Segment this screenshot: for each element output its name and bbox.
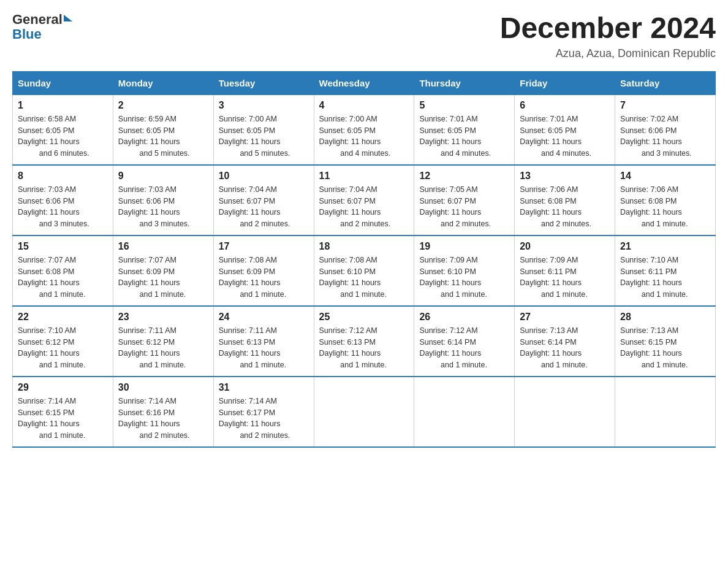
day-number: 15 (18, 241, 108, 252)
day-info: Sunrise: 7:08 AMSunset: 6:09 PMDaylight:… (219, 255, 309, 301)
calendar-cell: 7Sunrise: 7:02 AMSunset: 6:06 PMDaylight… (615, 94, 716, 165)
header-thursday: Thursday (414, 71, 515, 94)
day-number: 3 (219, 100, 309, 111)
calendar-cell: 1Sunrise: 6:58 AMSunset: 6:05 PMDaylight… (13, 94, 113, 165)
header-friday: Friday (515, 71, 615, 94)
day-info: Sunrise: 7:06 AMSunset: 6:08 PMDaylight:… (520, 184, 610, 230)
day-number: 2 (118, 100, 208, 111)
day-number: 28 (620, 312, 710, 323)
calendar-week-2: 8Sunrise: 7:03 AMSunset: 6:06 PMDaylight… (13, 165, 716, 236)
day-number: 29 (18, 382, 108, 393)
calendar-cell: 31Sunrise: 7:14 AMSunset: 6:17 PMDayligh… (213, 377, 314, 447)
day-info: Sunrise: 7:11 AMSunset: 6:13 PMDaylight:… (219, 325, 309, 371)
page-header: General Blue December 2024 Azua, Azua, D… (12, 12, 716, 60)
calendar-cell: 4Sunrise: 7:00 AMSunset: 6:05 PMDaylight… (314, 94, 414, 165)
calendar-table: Sunday Monday Tuesday Wednesday Thursday… (12, 71, 716, 448)
day-number: 11 (319, 170, 409, 182)
day-number: 26 (419, 312, 509, 323)
logo: General Blue (12, 12, 72, 42)
header-monday: Monday (113, 71, 213, 94)
calendar-cell: 3Sunrise: 7:00 AMSunset: 6:05 PMDaylight… (213, 94, 314, 165)
calendar-cell: 29Sunrise: 7:14 AMSunset: 6:15 PMDayligh… (13, 377, 113, 447)
header-sunday: Sunday (13, 71, 113, 94)
header-saturday: Saturday (615, 71, 716, 94)
calendar-cell: 12Sunrise: 7:05 AMSunset: 6:07 PMDayligh… (414, 165, 515, 236)
calendar-cell: 26Sunrise: 7:12 AMSunset: 6:14 PMDayligh… (414, 306, 515, 377)
day-info: Sunrise: 7:12 AMSunset: 6:14 PMDaylight:… (419, 325, 509, 371)
day-number: 17 (219, 241, 309, 252)
day-number: 20 (520, 241, 610, 252)
day-info: Sunrise: 7:06 AMSunset: 6:08 PMDaylight:… (620, 184, 710, 230)
calendar-cell (414, 377, 515, 447)
day-info: Sunrise: 7:10 AMSunset: 6:11 PMDaylight:… (620, 255, 710, 301)
calendar-week-4: 22Sunrise: 7:10 AMSunset: 6:12 PMDayligh… (13, 306, 716, 377)
day-info: Sunrise: 7:07 AMSunset: 6:09 PMDaylight:… (118, 255, 208, 301)
day-number: 30 (118, 382, 208, 393)
calendar-cell: 8Sunrise: 7:03 AMSunset: 6:06 PMDaylight… (13, 165, 113, 236)
logo-general: General (12, 12, 63, 27)
calendar-cell (515, 377, 615, 447)
calendar-cell: 11Sunrise: 7:04 AMSunset: 6:07 PMDayligh… (314, 165, 414, 236)
day-info: Sunrise: 7:09 AMSunset: 6:11 PMDaylight:… (520, 255, 610, 301)
main-title: December 2024 (500, 12, 716, 45)
day-info: Sunrise: 7:09 AMSunset: 6:10 PMDaylight:… (419, 255, 509, 301)
day-info: Sunrise: 7:01 AMSunset: 6:05 PMDaylight:… (520, 113, 610, 159)
day-info: Sunrise: 7:00 AMSunset: 6:05 PMDaylight:… (319, 113, 409, 159)
day-number: 5 (419, 100, 509, 111)
day-number: 22 (18, 312, 108, 323)
day-number: 4 (319, 100, 409, 111)
day-number: 1 (18, 100, 108, 111)
day-info: Sunrise: 7:00 AMSunset: 6:05 PMDaylight:… (219, 113, 309, 159)
day-info: Sunrise: 7:11 AMSunset: 6:12 PMDaylight:… (118, 325, 208, 371)
day-info: Sunrise: 6:58 AMSunset: 6:05 PMDaylight:… (18, 113, 108, 159)
calendar-cell: 14Sunrise: 7:06 AMSunset: 6:08 PMDayligh… (615, 165, 716, 236)
calendar-week-1: 1Sunrise: 6:58 AMSunset: 6:05 PMDaylight… (13, 94, 716, 165)
calendar-cell: 25Sunrise: 7:12 AMSunset: 6:13 PMDayligh… (314, 306, 414, 377)
day-info: Sunrise: 7:03 AMSunset: 6:06 PMDaylight:… (118, 184, 208, 230)
day-number: 10 (219, 170, 309, 182)
calendar-cell: 24Sunrise: 7:11 AMSunset: 6:13 PMDayligh… (213, 306, 314, 377)
day-number: 31 (219, 382, 309, 393)
calendar-cell: 21Sunrise: 7:10 AMSunset: 6:11 PMDayligh… (615, 236, 716, 306)
day-info: Sunrise: 7:14 AMSunset: 6:17 PMDaylight:… (219, 396, 309, 442)
title-section: December 2024 Azua, Azua, Dominican Repu… (500, 12, 716, 60)
calendar-cell: 16Sunrise: 7:07 AMSunset: 6:09 PMDayligh… (113, 236, 213, 306)
day-info: Sunrise: 7:07 AMSunset: 6:08 PMDaylight:… (18, 255, 108, 301)
day-info: Sunrise: 7:13 AMSunset: 6:15 PMDaylight:… (620, 325, 710, 371)
day-info: Sunrise: 7:12 AMSunset: 6:13 PMDaylight:… (319, 325, 409, 371)
calendar-cell (314, 377, 414, 447)
calendar-cell: 27Sunrise: 7:13 AMSunset: 6:14 PMDayligh… (515, 306, 615, 377)
day-number: 14 (620, 170, 710, 182)
calendar-cell: 30Sunrise: 7:14 AMSunset: 6:16 PMDayligh… (113, 377, 213, 447)
calendar-week-5: 29Sunrise: 7:14 AMSunset: 6:15 PMDayligh… (13, 377, 716, 447)
day-number: 6 (520, 100, 610, 111)
day-number: 23 (118, 312, 208, 323)
logo-blue: Blue (12, 27, 42, 42)
day-number: 16 (118, 241, 208, 252)
day-number: 18 (319, 241, 409, 252)
day-info: Sunrise: 7:01 AMSunset: 6:05 PMDaylight:… (419, 113, 509, 159)
day-number: 8 (18, 170, 108, 182)
day-info: Sunrise: 6:59 AMSunset: 6:05 PMDaylight:… (118, 113, 208, 159)
calendar-cell: 6Sunrise: 7:01 AMSunset: 6:05 PMDaylight… (515, 94, 615, 165)
calendar-cell: 20Sunrise: 7:09 AMSunset: 6:11 PMDayligh… (515, 236, 615, 306)
day-info: Sunrise: 7:14 AMSunset: 6:16 PMDaylight:… (118, 396, 208, 442)
day-number: 7 (620, 100, 710, 111)
location-subtitle: Azua, Azua, Dominican Republic (500, 47, 716, 60)
calendar-cell: 23Sunrise: 7:11 AMSunset: 6:12 PMDayligh… (113, 306, 213, 377)
calendar-cell: 17Sunrise: 7:08 AMSunset: 6:09 PMDayligh… (213, 236, 314, 306)
calendar-cell (615, 377, 716, 447)
day-info: Sunrise: 7:04 AMSunset: 6:07 PMDaylight:… (219, 184, 309, 230)
logo-triangle-icon (64, 15, 72, 21)
day-info: Sunrise: 7:02 AMSunset: 6:06 PMDaylight:… (620, 113, 710, 159)
day-number: 13 (520, 170, 610, 182)
calendar-cell: 13Sunrise: 7:06 AMSunset: 6:08 PMDayligh… (515, 165, 615, 236)
calendar-cell: 5Sunrise: 7:01 AMSunset: 6:05 PMDaylight… (414, 94, 515, 165)
day-info: Sunrise: 7:10 AMSunset: 6:12 PMDaylight:… (18, 325, 108, 371)
day-number: 21 (620, 241, 710, 252)
day-info: Sunrise: 7:13 AMSunset: 6:14 PMDaylight:… (520, 325, 610, 371)
day-number: 24 (219, 312, 309, 323)
header-tuesday: Tuesday (213, 71, 314, 94)
calendar-header-row: Sunday Monday Tuesday Wednesday Thursday… (13, 71, 716, 94)
calendar-cell: 9Sunrise: 7:03 AMSunset: 6:06 PMDaylight… (113, 165, 213, 236)
